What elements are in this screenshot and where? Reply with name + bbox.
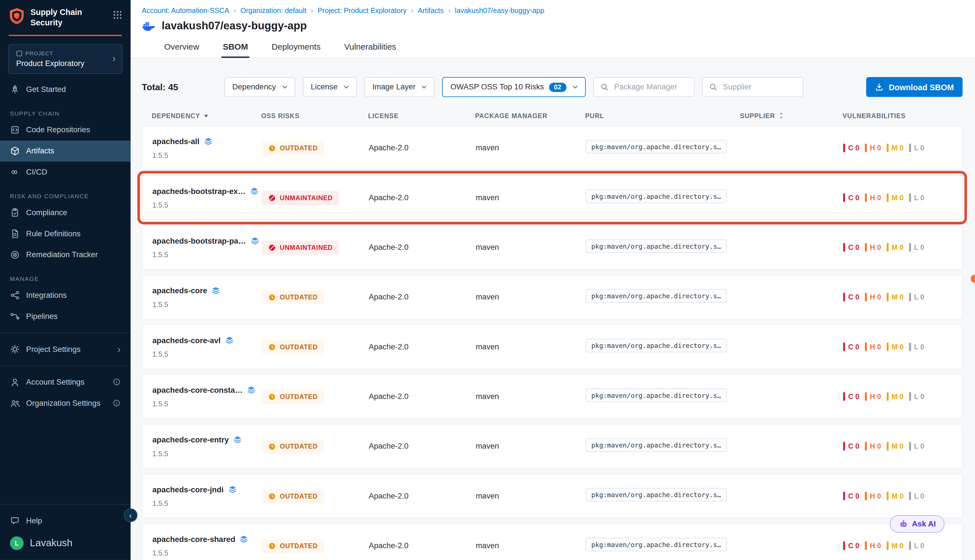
license: Apache-2.0: [369, 193, 476, 202]
module-grid-icon[interactable]: [113, 10, 122, 19]
sidebar-item-get-started[interactable]: Get Started: [0, 79, 130, 100]
table-row[interactable]: apacheds-bootstrap-ex…1.5.5UNMAINTAINEDA…: [142, 175, 963, 220]
vuln-count-critical: C 0: [843, 193, 859, 202]
purl[interactable]: pkg:maven/org.apache.directory.s…: [586, 190, 727, 203]
vuln-count-low: L 0: [909, 442, 924, 451]
sidebar-item-rule-definitions[interactable]: Rule Definitions: [0, 223, 130, 244]
breadcrumb-link[interactable]: Organization: default: [240, 7, 306, 14]
download-sbom-button[interactable]: Download SBOM: [866, 77, 963, 97]
sidebar-item-pipelines[interactable]: Pipelines: [0, 306, 130, 327]
oss-risk-badge: UNMAINTAINED: [262, 191, 339, 205]
sidebar-section-label: SUPPLY CHAIN: [10, 110, 120, 117]
filter-toolbar: Total: 45 DependencyLicenseImage LayerOW…: [142, 77, 963, 97]
purl[interactable]: pkg:maven/org.apache.directory.s…: [586, 239, 727, 253]
table-row[interactable]: apacheds-core-consta…1.5.5OUTDATEDApache…: [142, 374, 963, 419]
sidebar-item-compliance[interactable]: Compliance: [0, 202, 130, 223]
sidebar-item-project-settings[interactable]: Project Settings›: [0, 338, 130, 360]
column-header-license: LICENSE: [368, 112, 475, 119]
dependency-name: apacheds-core-shared: [152, 535, 235, 543]
sidebar-item-label: Compliance: [26, 208, 67, 217]
sidebar-item-label: Account Settings: [26, 378, 85, 387]
table-row[interactable]: apacheds-core-jndi1.5.5OUTDATEDApache-2.…: [142, 474, 963, 518]
sidebar-item-help[interactable]: Help: [0, 510, 130, 532]
purl[interactable]: pkg:maven/org.apache.directory.s…: [586, 140, 727, 153]
vulnerability-counts: C 0H 0M 0L 0: [843, 442, 962, 451]
severity-bar: [887, 342, 889, 351]
breadcrumb-link[interactable]: lavakush07/easy-buggy-app: [455, 7, 544, 14]
user-menu[interactable]: L Lavakush: [0, 532, 130, 555]
oss-risk-label: OUTDATED: [280, 492, 318, 500]
purl[interactable]: pkg:maven/org.apache.directory.s…: [586, 488, 727, 502]
filter-owasp-oss-top-10-risks[interactable]: OWASP OSS Top 10 Risks02: [442, 77, 585, 97]
download-label: Download SBOM: [889, 82, 954, 92]
oss-risk-label: UNMAINTAINED: [280, 243, 333, 251]
brand-accent-bar: [9, 35, 122, 36]
breadcrumb-link[interactable]: Account: Automation-SSCA: [142, 7, 229, 14]
supplier-input[interactable]: [722, 82, 796, 92]
filter-license[interactable]: License: [303, 77, 357, 97]
tab-sbom[interactable]: SBOM: [222, 38, 249, 58]
table-row[interactable]: apacheds-all1.5.5OUTDATEDApache-2.0maven…: [142, 125, 963, 170]
sidebar-section-label: RISK AND COMPLIANCE: [10, 193, 120, 199]
table-row[interactable]: apacheds-core1.5.5OUTDATEDApache-2.0mave…: [142, 275, 963, 320]
ask-ai-button[interactable]: Ask AI: [890, 515, 945, 533]
breadcrumb-link[interactable]: Artifacts: [418, 7, 444, 14]
severity-bar: [887, 293, 889, 302]
purl[interactable]: pkg:maven/org.apache.directory.s…: [586, 438, 727, 452]
tab-overview[interactable]: Overview: [163, 38, 200, 58]
breadcrumb-separator: ›: [234, 6, 236, 15]
severity-bar: [865, 342, 867, 351]
vuln-count-critical: C 0: [843, 143, 859, 152]
tab-vulnerabilities[interactable]: Vulnerabilities: [343, 38, 397, 58]
sidebar-item-code-repositories[interactable]: Code Repositories: [0, 119, 130, 140]
purl[interactable]: pkg:maven/org.apache.directory.s…: [586, 289, 727, 303]
package-manager-input[interactable]: [613, 82, 687, 92]
chevron-down-icon: [342, 83, 350, 90]
oss-risk-badge: OUTDATED: [262, 489, 324, 503]
oss-risk-badge: OUTDATED: [262, 439, 324, 453]
oss-risk-badge: OUTDATED: [262, 290, 324, 304]
package-manager: maven: [476, 143, 586, 152]
info-icon: [113, 399, 121, 407]
oss-risk-label: OUTDATED: [280, 343, 318, 350]
tab-deployments[interactable]: Deployments: [270, 38, 322, 58]
vuln-count-medium: M 0: [887, 442, 903, 451]
help-icon: [10, 516, 20, 526]
clock-icon: [268, 144, 276, 152]
sidebar-item-artifacts[interactable]: Artifacts: [0, 140, 130, 162]
filter-label: Dependency: [232, 83, 276, 92]
filter-dependency[interactable]: Dependency: [224, 77, 296, 97]
layers-icon: [225, 336, 234, 344]
table-row[interactable]: apacheds-core-shared1.5.5OUTDATEDApache-…: [142, 523, 963, 560]
sidebar-item-organization-settings[interactable]: Organization Settings: [0, 393, 130, 414]
sidebar-nav: Get StartedSUPPLY CHAINCode Repositories…: [0, 79, 130, 498]
supplier-search[interactable]: [702, 77, 803, 97]
sidebar-item-label: Pipelines: [26, 312, 58, 321]
filter-image-layer[interactable]: Image Layer: [364, 77, 435, 97]
purl[interactable]: pkg:maven/org.apache.directory.s…: [586, 388, 727, 402]
main-panel: Account: Automation-SSCA›Organization: d…: [130, 0, 975, 560]
project-selector[interactable]: PROJECT Product Exploratory ›: [8, 44, 123, 74]
severity-bar: [887, 143, 889, 152]
oss-risk-label: OUTDATED: [280, 144, 318, 152]
severity-bar: [843, 193, 845, 202]
clock-icon: [268, 343, 276, 351]
table-row[interactable]: apacheds-core-avl1.5.5OUTDATEDApache-2.0…: [142, 325, 963, 369]
table-row[interactable]: apacheds-bootstrap-pa…1.5.5UNMAINTAINEDA…: [142, 225, 963, 270]
table-row[interactable]: apacheds-core-entry1.5.5OUTDATEDApache-2…: [142, 424, 963, 468]
filter-group: DependencyLicenseImage LayerOWASP OSS To…: [224, 77, 586, 97]
package-manager-search[interactable]: [593, 77, 694, 97]
sidebar-collapse-handle[interactable]: ‹: [124, 508, 137, 522]
sidebar-item-integrations[interactable]: Integrations: [0, 285, 130, 306]
info-icon: [113, 378, 121, 386]
artifacts-icon: [10, 146, 20, 156]
sidebar-item-remediation-tracker[interactable]: Remediation Tracker: [0, 244, 130, 265]
breadcrumb-link[interactable]: Project: Product Exploratory: [318, 7, 407, 14]
package-manager: maven: [476, 193, 586, 202]
sidebar-item-ci-cd[interactable]: CI/CD: [0, 162, 130, 183]
sidebar-item-account-settings[interactable]: Account Settings: [0, 372, 130, 393]
purl[interactable]: pkg:maven/org.apache.directory.s…: [586, 338, 727, 352]
purl[interactable]: pkg:maven/org.apache.directory.s…: [586, 538, 727, 551]
column-header-supplier[interactable]: SUPPLIER: [740, 112, 843, 119]
column-header-dependency[interactable]: DEPENDENCY: [152, 112, 261, 119]
